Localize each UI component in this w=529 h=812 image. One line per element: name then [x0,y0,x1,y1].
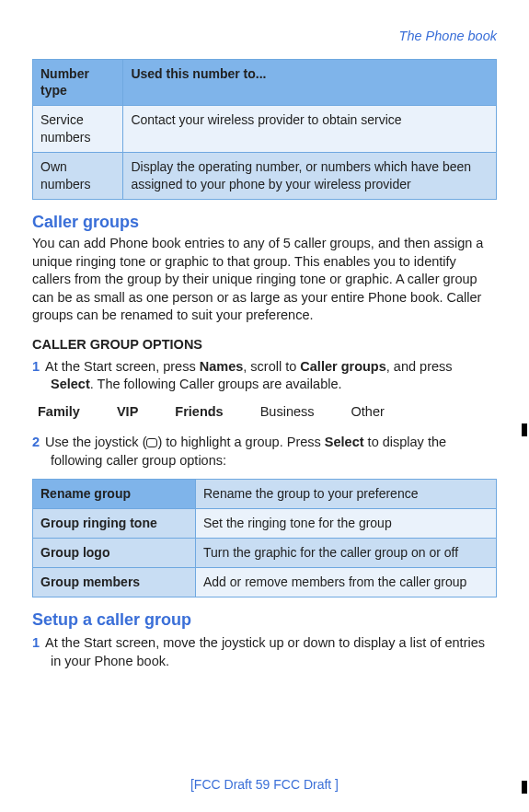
setup-step-1-text: At the Start screen, move the joystick u… [45,635,485,668]
t2-r3c0: Group members [33,568,196,597]
t2-r0c0: Rename group [33,480,196,509]
header-breadcrumb: The Phone book [32,28,497,46]
step-1-text-e: , and press [386,359,453,374]
t2-r1c0: Group ringing tone [33,509,196,539]
table1-r0c0: Service numbers [33,106,123,153]
step-1-text-a: At the Start screen, press [45,359,200,374]
number-type-table: Number type Used this number to... Servi… [32,59,497,200]
table1-header-0: Number type [33,59,123,106]
table1-r1c1: Display the operating number, or numbers… [123,153,497,200]
table1-r1c0: Own numbers [33,153,123,200]
t2-r3c1: Add or remove members from the caller gr… [196,568,497,597]
group-options-table: Rename group Rename the group to your pr… [32,479,497,597]
group-other: Other [351,403,385,422]
step-2: 2Use the joystick () to highlight a grou… [32,434,497,470]
group-family: Family [38,403,80,422]
caller-groups-body: You can add Phone book entries to any of… [32,235,497,325]
step-2-text-a: Use the joystick ( [45,435,146,449]
table1-r0c1: Contact your wireless provider to obtain… [123,106,497,153]
step-2-text-b: ) to highlight a group. Press [157,435,324,449]
joystick-icon [146,438,157,447]
step-1: 1At the Start screen, press Names, scrol… [32,358,497,394]
step-1-text-c: , scroll to [243,359,300,374]
group-business: Business [260,403,315,422]
table1-header-1: Used this number to... [123,59,497,106]
step-1-text-g: . The following Caller groups are availa… [90,377,342,391]
setup-step-1: 1At the Start screen, move the joystick … [32,634,497,670]
setup-caller-group-title: Setup a caller group [32,609,497,631]
t2-r0c1: Rename the group to your preference [196,480,497,509]
revision-mark-icon [522,781,527,794]
t2-r1c1: Set the ringing tone for the group [196,509,497,539]
caller-group-options-heading: CALLER GROUP OPTIONS [32,336,497,354]
caller-groups-title: Caller groups [32,211,497,233]
step-1-select: Select [51,377,90,391]
step-1-num: 1 [32,359,40,374]
group-friends: Friends [175,403,223,422]
t2-r2c0: Group logo [33,539,196,568]
step-1-names: Names [200,359,244,374]
t2-r2c1: Turn the graphic for the caller group on… [196,539,497,568]
caller-groups-list: Family VIP Friends Business Other [38,403,497,422]
revision-mark-icon [522,423,527,436]
footer-text: [FCC Draft 59 FCC Draft ] [0,776,529,794]
step-2-num: 2 [32,435,40,449]
group-vip: VIP [117,403,138,422]
setup-step-1-num: 1 [32,635,40,650]
step-2-select: Select [325,435,364,449]
step-1-caller-groups: Caller groups [300,359,385,374]
